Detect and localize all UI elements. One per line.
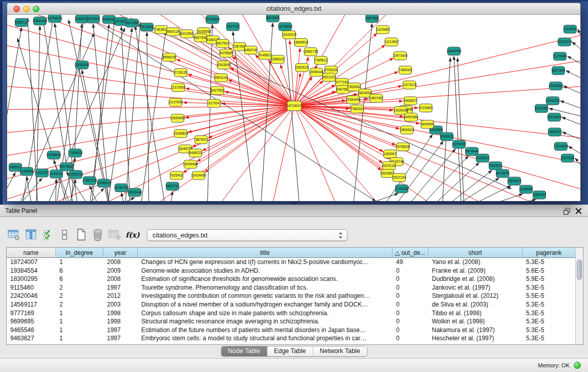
black-citation-edge[interactable] xyxy=(416,156,468,201)
graph-node-887833[interactable]: 887833 xyxy=(195,136,208,144)
graph-node-1184067[interactable]: 1184067 xyxy=(384,150,397,158)
graph-node-9427552[interactable]: 9427552 xyxy=(211,86,224,95)
graph-node-20206505[interactable]: 20206505 xyxy=(47,151,61,159)
network-canvas[interactable]: 4355724206914061475402410653287152760264… xyxy=(7,15,580,201)
graph-node-1562615[interactable]: 1562615 xyxy=(295,63,309,72)
graph-node-1112604[interactable]: 1112604 xyxy=(564,25,577,33)
graph-node-8454749[interactable]: 8454749 xyxy=(244,46,257,54)
red-citation-edge[interactable] xyxy=(7,86,294,106)
hub-node-18724007[interactable]: 18724007 xyxy=(287,101,302,111)
graph-node-17359928[interactable]: 17359928 xyxy=(68,149,83,157)
black-citation-edge[interactable] xyxy=(170,191,172,201)
graph-node-19654985[interactable]: 19654985 xyxy=(170,114,185,122)
graph-node-14754024[interactable]: 14754024 xyxy=(48,15,62,23)
graph-node-7632621[interactable]: 7632621 xyxy=(489,162,502,170)
graph-node-2935114[interactable]: 2935114 xyxy=(476,154,489,162)
graph-node-15166823[interactable]: 15166823 xyxy=(173,129,188,138)
graph-node-1342757[interactable]: 1342757 xyxy=(35,169,49,177)
graph-node-7857224[interactable]: 7857224 xyxy=(226,23,239,31)
graph-node-16640910[interactable]: 16640910 xyxy=(294,38,309,47)
delete-column-button[interactable] xyxy=(91,228,104,242)
graph-node-5475685[interactable]: 5475685 xyxy=(220,49,233,57)
split-pane-divider[interactable] xyxy=(292,202,296,204)
graph-node-12973115[interactable]: 12973115 xyxy=(402,81,417,89)
black-citation-edge[interactable] xyxy=(426,163,479,201)
graph-node-15751074[interactable]: 15751074 xyxy=(557,38,572,46)
graph-node-7485063[interactable]: 7485063 xyxy=(399,66,412,74)
graph-node-9896035[interactable]: 9896035 xyxy=(163,53,176,61)
graph-node-7463822[interactable]: 7463822 xyxy=(155,26,168,34)
column-header-pagerank[interactable]: pagerank xyxy=(522,248,576,258)
black-citation-edge[interactable] xyxy=(140,31,166,201)
graph-node-10958107[interactable]: 10958107 xyxy=(97,179,112,187)
graph-node-9660124[interactable]: 9660124 xyxy=(166,28,180,36)
red-citation-edge[interactable] xyxy=(203,106,294,150)
graph-node-9146821[interactable]: 9146821 xyxy=(258,51,272,59)
graph-node-4671358[interactable]: 4671358 xyxy=(125,19,139,27)
network-window-titlebar[interactable]: citations_edges.txt xyxy=(7,3,580,15)
graph-node-9085752[interactable]: 9085752 xyxy=(533,191,546,199)
graph-node-19218506[interactable]: 19218506 xyxy=(278,23,293,31)
graph-node-8471676[interactable]: 8471676 xyxy=(496,169,509,178)
graph-node-8912954[interactable]: 8912954 xyxy=(180,30,193,38)
graph-node-1156809[interactable]: 1156809 xyxy=(20,167,33,176)
graph-node-9857791[interactable]: 9857791 xyxy=(166,182,179,190)
graph-node-12213363[interactable]: 12213363 xyxy=(171,83,186,92)
table-row[interactable]: 2242004622012Investigating the contribut… xyxy=(7,292,576,300)
graph-node-1527602[interactable]: 1527602 xyxy=(86,15,100,23)
black-citation-edge[interactable] xyxy=(560,101,580,108)
red-citation-edge[interactable] xyxy=(205,106,294,172)
graph-node-64957884[interactable]: 64957884 xyxy=(404,113,419,121)
graph-node-4355724[interactable]: 4355724 xyxy=(15,18,28,27)
black-citation-edge[interactable] xyxy=(566,71,580,78)
graph-node-1615480[interactable]: 1615480 xyxy=(376,26,389,34)
graph-node-1167533[interactable]: 1167533 xyxy=(561,154,574,162)
graph-node-9524851[interactable]: 9524851 xyxy=(381,169,394,178)
table-row[interactable]: 1872400712008Changes of HCN gene express… xyxy=(7,258,576,267)
column-header-short[interactable]: short xyxy=(428,248,522,258)
table-row[interactable]: 1830029562008Estimation of significance … xyxy=(7,275,576,283)
column-header-in_degree[interactable]: in_degree xyxy=(56,248,103,258)
show-columns-button[interactable] xyxy=(25,228,38,242)
graph-node-9827508[interactable]: 9827508 xyxy=(194,34,207,42)
citation-network-graph[interactable]: 4355724206914061475402410653287152760264… xyxy=(7,15,580,201)
graph-node-6979197[interactable]: 6979197 xyxy=(452,140,466,148)
graph-node-7515526[interactable]: 7515526 xyxy=(140,23,154,31)
graph-node-1145194[interactable]: 1145194 xyxy=(50,170,63,178)
graph-node-9115460[interactable]: 9115460 xyxy=(420,104,432,112)
graph-node-9699695[interactable]: 9699695 xyxy=(421,120,434,128)
scrollbar-thumb[interactable] xyxy=(577,259,582,280)
table-row[interactable]: 946362711997Embryonic stem cells: a mode… xyxy=(7,334,576,343)
graph-node-817004[interactable]: 817004 xyxy=(208,99,221,107)
graph-node-9129966[interactable]: 9129966 xyxy=(553,52,567,60)
graph-node-9621022[interactable]: 9621022 xyxy=(322,73,336,81)
select-all-rows-button[interactable] xyxy=(42,228,55,242)
graph-node-9827503[interactable]: 9827503 xyxy=(216,39,229,48)
graph-node-16782753[interactable]: 16782753 xyxy=(114,184,129,192)
graph-node-8938923[interactable]: 8938923 xyxy=(440,133,453,141)
graph-node-5498222[interactable]: 5498222 xyxy=(189,149,202,157)
black-citation-edge[interactable] xyxy=(121,193,126,201)
black-citation-edge[interactable] xyxy=(7,28,21,201)
memory-status-indicator[interactable] xyxy=(574,362,581,369)
graph-node-16210643[interactable]: 16210643 xyxy=(547,113,562,121)
graph-node-8215955[interactable]: 8215955 xyxy=(535,104,548,113)
black-citation-edge[interactable] xyxy=(446,178,499,201)
delete-table-disabled-button[interactable] xyxy=(108,228,121,242)
graph-node-1588320[interactable]: 1588320 xyxy=(271,55,285,63)
graph-node-16033809[interactable]: 16033809 xyxy=(205,15,220,24)
black-citation-edge[interactable] xyxy=(207,25,212,201)
graph-node-9227343[interactable]: 9227343 xyxy=(552,67,565,75)
graph-node-30975887[interactable]: 30975887 xyxy=(59,163,74,171)
red-citation-edge[interactable] xyxy=(294,106,580,163)
graph-node-8813054[interactable]: 8813054 xyxy=(266,15,279,22)
black-citation-edge[interactable] xyxy=(285,32,300,201)
graph-node-20691406[interactable]: 20691406 xyxy=(33,17,48,25)
graph-node-15654923[interactable]: 15654923 xyxy=(400,126,415,134)
graph-node-1733426[interactable]: 1733426 xyxy=(395,185,408,193)
black-citation-edge[interactable] xyxy=(575,158,580,166)
graph-node-12213967[interactable]: 12213967 xyxy=(384,38,399,46)
graph-node-9242845[interactable]: 9242845 xyxy=(217,61,230,69)
red-citation-edge[interactable] xyxy=(7,106,294,110)
table-selector-dropdown[interactable]: citations_edges.txt xyxy=(147,229,347,241)
